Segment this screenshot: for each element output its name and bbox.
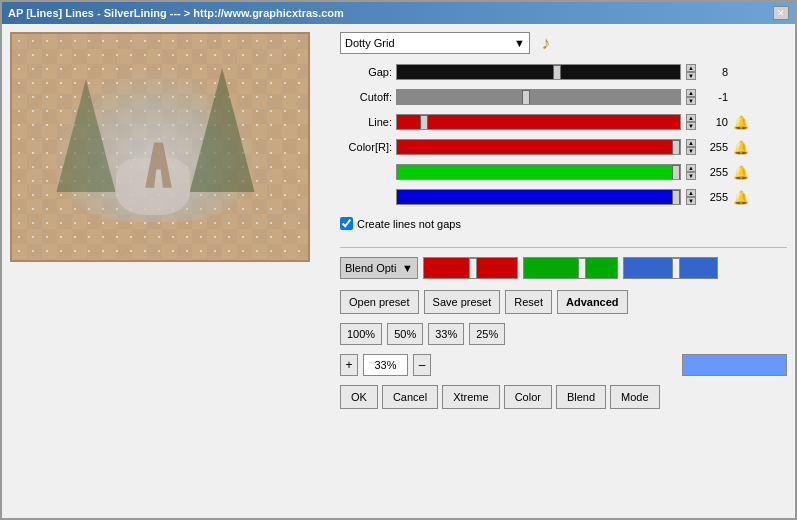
- gap-arrows: ▲ ▼: [686, 64, 696, 80]
- blend-dropdown-label: Blend Opti: [345, 262, 396, 274]
- reset-button[interactable]: Reset: [505, 290, 552, 314]
- colorG-up-arrow[interactable]: ▲: [686, 164, 696, 172]
- xtreme-button[interactable]: Xtreme: [442, 385, 499, 409]
- blend-dropdown[interactable]: Blend Opti ▼: [340, 257, 418, 279]
- create-lines-checkbox[interactable]: [340, 217, 353, 230]
- mode-button[interactable]: Mode: [610, 385, 660, 409]
- line-arrows: ▲ ▼: [686, 114, 696, 130]
- left-panel: [10, 32, 330, 510]
- dropdown-arrow-icon: ▼: [514, 37, 525, 49]
- save-preset-button[interactable]: Save preset: [424, 290, 501, 314]
- line-slider-row: Line: ▲ ▼ 10 🔔: [340, 113, 787, 131]
- blend-row: Blend Opti ▼: [340, 257, 787, 279]
- cancel-button[interactable]: Cancel: [382, 385, 438, 409]
- zoom-33-button[interactable]: 33%: [428, 323, 464, 345]
- colorR-arrows: ▲ ▼: [686, 139, 696, 155]
- colorG-slider-track[interactable]: [396, 164, 681, 180]
- line-slider-track[interactable]: [396, 114, 681, 130]
- line-value: 10: [700, 116, 728, 128]
- mini-blue-thumb[interactable]: [672, 258, 680, 279]
- preset-dropdown[interactable]: Dotty Grid ▼: [340, 32, 530, 54]
- zoom-50-button[interactable]: 50%: [387, 323, 423, 345]
- gap-slider-track[interactable]: [396, 64, 681, 80]
- cutoff-slider-thumb[interactable]: [522, 90, 530, 105]
- colorR-value: 255: [700, 141, 728, 153]
- ok-button[interactable]: OK: [340, 385, 378, 409]
- line-up-arrow[interactable]: ▲: [686, 114, 696, 122]
- colorB-value: 255: [700, 191, 728, 203]
- cutoff-arrows: ▲ ▼: [686, 89, 696, 105]
- mode-display-bar: [682, 354, 787, 376]
- color-button[interactable]: Color: [504, 385, 552, 409]
- cutoff-up-arrow[interactable]: ▲: [686, 89, 696, 97]
- preset-row: Dotty Grid ▼ ♪: [340, 32, 787, 54]
- zoom-value-display: 33%: [363, 354, 408, 376]
- main-window: AP [Lines] Lines - SilverLining --- > ht…: [0, 0, 797, 520]
- colorB-up-arrow[interactable]: ▲: [686, 189, 696, 197]
- zoom-row: 100% 50% 33% 25%: [340, 323, 787, 345]
- colorR-down-arrow[interactable]: ▼: [686, 147, 696, 155]
- preset-buttons-row: Open preset Save preset Reset Advanced: [340, 290, 787, 314]
- colorG-slider-row: ▲ ▼ 255 🔔: [340, 163, 787, 181]
- cutoff-slider-row: Cutoff: ▲ ▼ -1: [340, 88, 787, 106]
- colorB-slider-track[interactable]: [396, 189, 681, 205]
- close-button[interactable]: ✕: [773, 6, 789, 20]
- mini-blue-slider[interactable]: [623, 257, 718, 279]
- gap-slider-thumb[interactable]: [553, 65, 561, 80]
- colorR-up-arrow[interactable]: ▲: [686, 139, 696, 147]
- line-color-icon: 🔔: [732, 113, 750, 131]
- line-slider-thumb[interactable]: [420, 115, 428, 130]
- colorB-arrows: ▲ ▼: [686, 189, 696, 205]
- mini-green-thumb[interactable]: [578, 258, 586, 279]
- colorG-value: 255: [700, 166, 728, 178]
- line-down-arrow[interactable]: ▼: [686, 122, 696, 130]
- decoration-icon: ♪: [535, 32, 557, 54]
- blend-button[interactable]: Blend: [556, 385, 606, 409]
- zoom-controls-row: + 33% –: [340, 354, 787, 376]
- colorG-icon: 🔔: [732, 163, 750, 181]
- cutoff-down-arrow[interactable]: ▼: [686, 97, 696, 105]
- colorB-down-arrow[interactable]: ▼: [686, 197, 696, 205]
- title-bar: AP [Lines] Lines - SilverLining --- > ht…: [2, 2, 795, 24]
- gap-label: Gap:: [340, 66, 392, 78]
- checkbox-row: Create lines not gaps: [340, 217, 787, 230]
- zoom-plus-button[interactable]: +: [340, 354, 358, 376]
- mini-red-slider[interactable]: [423, 257, 518, 279]
- colorG-arrows: ▲ ▼: [686, 164, 696, 180]
- gap-down-arrow[interactable]: ▼: [686, 72, 696, 80]
- main-content: Dotty Grid ▼ ♪ Gap: ▲ ▼ 8 Cut: [2, 24, 795, 518]
- right-panel: Dotty Grid ▼ ♪ Gap: ▲ ▼ 8 Cut: [340, 32, 787, 510]
- blend-dropdown-arrow-icon: ▼: [402, 262, 413, 274]
- colorB-slider-thumb[interactable]: [672, 190, 680, 205]
- line-label: Line:: [340, 116, 392, 128]
- gap-slider-row: Gap: ▲ ▼ 8: [340, 63, 787, 81]
- canvas-area: [10, 32, 310, 262]
- cutoff-label: Cutoff:: [340, 91, 392, 103]
- colorR-icon: 🔔: [732, 138, 750, 156]
- gap-up-arrow[interactable]: ▲: [686, 64, 696, 72]
- advanced-button[interactable]: Advanced: [557, 290, 628, 314]
- zoom-minus-button[interactable]: –: [413, 354, 431, 376]
- window-title: AP [Lines] Lines - SilverLining --- > ht…: [8, 7, 344, 19]
- cutoff-value: -1: [700, 91, 728, 103]
- colorB-icon: 🔔: [732, 188, 750, 206]
- colorG-down-arrow[interactable]: ▼: [686, 172, 696, 180]
- open-preset-button[interactable]: Open preset: [340, 290, 419, 314]
- preset-label: Dotty Grid: [345, 37, 395, 49]
- colorR-slider-track[interactable]: [396, 139, 681, 155]
- mini-red-thumb[interactable]: [469, 258, 477, 279]
- action-buttons-row: OK Cancel Xtreme Color Blend Mode: [340, 385, 787, 409]
- colorB-slider-row: ▲ ▼ 255 🔔: [340, 188, 787, 206]
- colorR-label: Color[R]:: [340, 141, 392, 153]
- zoom-25-button[interactable]: 25%: [469, 323, 505, 345]
- title-controls: ✕: [773, 6, 789, 20]
- mini-green-slider[interactable]: [523, 257, 618, 279]
- colorR-slider-thumb[interactable]: [672, 140, 680, 155]
- cutoff-slider-track[interactable]: [396, 89, 681, 105]
- separator: [340, 247, 787, 248]
- colorR-slider-row: Color[R]: ▲ ▼ 255 🔔: [340, 138, 787, 156]
- colorG-slider-thumb[interactable]: [672, 165, 680, 180]
- gap-value: 8: [700, 66, 728, 78]
- checkbox-label: Create lines not gaps: [357, 218, 461, 230]
- zoom-100-button[interactable]: 100%: [340, 323, 382, 345]
